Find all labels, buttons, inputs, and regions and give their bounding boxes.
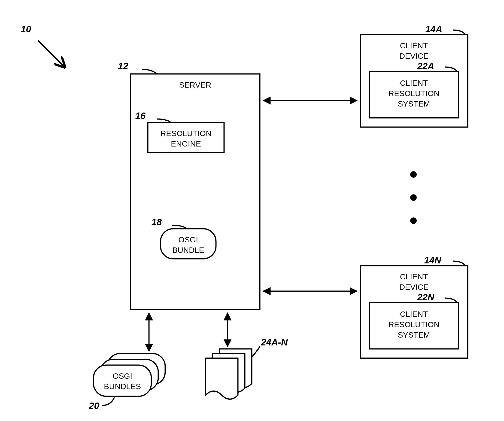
ref-client-n: 14N [424, 255, 441, 265]
resolution-engine-label-1: RESOLUTION [160, 129, 211, 138]
client-device-n-label-1: CLIENT [400, 272, 428, 281]
client-device-a-group: CLIENT DEVICE 14A CLIENT RESOLUTION SYST… [360, 24, 468, 127]
osgi-bundles-label-1: OSGI [113, 372, 132, 380]
ref-res-engine: 16 [135, 111, 146, 121]
leader-server [142, 69, 157, 74]
ref-crs-n: 22N [417, 292, 434, 302]
documents-group: 24A-N [206, 337, 288, 399]
leader-client-a [453, 30, 465, 35]
ref-server: 12 [118, 61, 128, 71]
crs-a-label-3: SYSTEM [398, 99, 430, 108]
svg-point-4 [410, 217, 417, 224]
arrow-whole [38, 40, 65, 67]
client-device-a-label-2: DEVICE [399, 52, 429, 60]
osgi-bundle-label-1: OSGI [178, 235, 198, 244]
ref-osgi-bundle: 18 [151, 217, 162, 227]
crs-n-label-2: RESOLUTION [388, 320, 439, 329]
client-device-n-label-2: DEVICE [399, 283, 429, 291]
leader-crs-n [445, 298, 457, 303]
osgi-bundle-label-2: BUNDLE [172, 246, 204, 254]
client-device-n-group: CLIENT DEVICE 14N CLIENT RESOLUTION SYST… [360, 255, 468, 358]
osgi-bundles-label-2: BUNDLES [104, 382, 141, 391]
crs-n-label-1: CLIENT [400, 310, 428, 319]
svg-point-2 [410, 171, 417, 178]
ref-whole: 10 [21, 24, 31, 34]
ellipsis-dots [410, 171, 417, 224]
server-group: SERVER 12 RESOLUTION ENGINE 16 OSGI BUND… [118, 61, 260, 310]
leader-crs-a [445, 67, 457, 72]
ref-crs-a: 22A [417, 61, 434, 71]
leader-osgi-bundles [102, 397, 114, 406]
crs-a-label-1: CLIENT [400, 78, 428, 87]
leader-client-n [453, 261, 465, 266]
crs-n-label-3: SYSTEM [398, 331, 430, 339]
ref-osgi-bundles: 20 [89, 401, 99, 411]
svg-point-3 [410, 194, 417, 201]
ref-client-a: 14A [426, 24, 442, 34]
documents-icon [206, 358, 238, 399]
osgi-bundles-box [94, 365, 151, 396]
crs-a-label-2: RESOLUTION [388, 89, 439, 98]
leader-documents [252, 347, 260, 357]
resolution-engine-label-2: ENGINE [171, 139, 201, 148]
client-device-a-label-1: CLIENT [400, 41, 428, 50]
osgi-bundles-group: OSGI BUNDLES 20 [89, 354, 165, 411]
server-box [131, 74, 260, 310]
ref-documents: 24A-N [261, 337, 288, 347]
diagram-canvas: 10 SERVER 12 RESOLUTION ENGINE 16 OSGI B… [0, 0, 504, 421]
server-label: SERVER [179, 80, 211, 89]
